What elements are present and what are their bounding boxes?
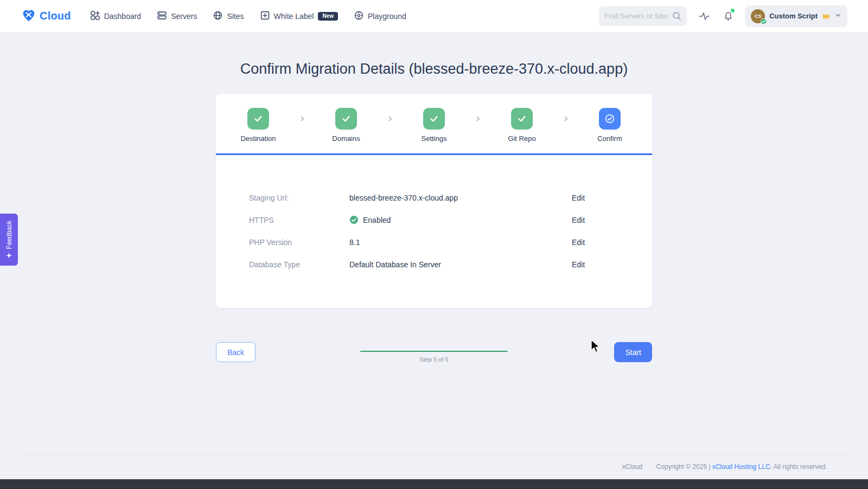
migration-card: Destination Domains Settings: [216, 94, 652, 308]
edit-database-type-link[interactable]: Edit: [572, 260, 585, 269]
nav-label: Servers: [171, 12, 197, 21]
chevron-right-icon: [298, 115, 306, 123]
search-input[interactable]: [604, 12, 668, 20]
step-label: Confirm: [597, 134, 622, 143]
crown-icon: [822, 11, 830, 21]
nav-item-sites[interactable]: Sites: [213, 11, 244, 22]
migration-stepper: Destination Domains Settings: [216, 94, 652, 153]
nav-item-dashboard[interactable]: Dashboard: [91, 11, 142, 22]
step-confirm[interactable]: Confirm: [590, 108, 629, 143]
back-button[interactable]: Back: [216, 342, 256, 362]
step-label: Settings: [422, 134, 447, 143]
user-menu[interactable]: CS Custom Script: [745, 5, 847, 27]
step-label: Destination: [240, 134, 276, 143]
progress-indicator: Step 5 of 5: [360, 351, 508, 363]
servers-icon: [157, 11, 167, 22]
page-title: Confirm Migration Details (blessed-breez…: [0, 61, 868, 78]
sites-icon: [213, 11, 222, 22]
step-done-check-icon: [247, 108, 269, 130]
nav-label: White Label: [274, 12, 314, 21]
dashboard-icon: [91, 11, 100, 22]
footer-text: xCloud Copyright © 2025 | xCloud Hosting…: [22, 456, 846, 471]
detail-value: Default Database In Server: [349, 260, 572, 269]
nav-label: Playground: [368, 12, 406, 21]
white-label-icon: [260, 11, 270, 22]
main-nav: Dashboard Servers Sites: [91, 11, 406, 22]
detail-label: Database Type: [249, 260, 349, 269]
verified-check-icon: [761, 18, 767, 24]
nav-label: Sites: [227, 12, 244, 21]
avatar: CS: [751, 9, 765, 23]
chevron-right-icon: [474, 115, 482, 123]
avatar-initials: CS: [755, 14, 762, 19]
playground-icon: [354, 11, 363, 22]
migration-details: Staging Url: blessed-breeze-370.x-cloud.…: [216, 155, 652, 308]
start-button[interactable]: Start: [614, 342, 652, 362]
step-label: Git Repo: [508, 134, 535, 143]
step-done-check-icon: [423, 108, 445, 130]
detail-label: PHP Version: [249, 238, 349, 247]
detail-value: Enabled: [349, 215, 572, 224]
step-git-repo[interactable]: Git Repo: [502, 108, 541, 143]
logo-text: Cloud: [40, 10, 71, 22]
top-navigation: Cloud Dashboard Servers: [0, 0, 868, 33]
detail-row-staging-url: Staging Url: blessed-breeze-370.x-cloud.…: [216, 186, 652, 209]
nav-item-white-label[interactable]: White Label New: [260, 11, 339, 22]
xcloud-logo[interactable]: Cloud: [21, 7, 71, 25]
global-search[interactable]: [599, 7, 687, 26]
chevron-right-icon: [562, 115, 570, 123]
detail-value: 8.1: [349, 238, 572, 247]
edit-https-link[interactable]: Edit: [572, 216, 585, 224]
step-destination[interactable]: Destination: [239, 108, 278, 143]
step-count-text: Step 5 of 5: [360, 356, 508, 363]
step-settings[interactable]: Settings: [414, 108, 454, 143]
step-domains[interactable]: Domains: [327, 108, 366, 143]
progress-bar: [360, 351, 508, 352]
nav-item-servers[interactable]: Servers: [157, 11, 197, 22]
detail-label: Staging Url:: [249, 194, 349, 202]
feedback-label: Feedback: [5, 221, 13, 249]
chevron-down-icon: [834, 11, 842, 21]
step-current-check-icon: [599, 108, 621, 130]
footer-rights: All rights reserved.: [774, 463, 827, 471]
user-name: Custom Script: [769, 12, 818, 20]
nav-right-cluster: CS Custom Script: [599, 5, 847, 27]
main-content: Confirm Migration Details (blessed-breez…: [0, 61, 868, 362]
activity-icon[interactable]: [698, 10, 711, 23]
https-status-text: Enabled: [363, 216, 391, 224]
detail-row-database-type: Database Type Default Database In Server…: [216, 253, 652, 275]
notifications-bell-icon[interactable]: [722, 10, 735, 23]
nav-item-playground[interactable]: Playground: [354, 11, 406, 22]
detail-label: HTTPS: [249, 216, 349, 224]
edit-staging-url-link[interactable]: Edit: [572, 194, 585, 202]
detail-row-https: HTTPS Enabled Edit: [216, 209, 652, 231]
search-icon[interactable]: [672, 10, 681, 23]
page-footer: xCloud Copyright © 2025 | xCloud Hosting…: [22, 455, 846, 479]
step-done-check-icon: [511, 108, 533, 130]
footer-copyright: Copyright © 2025 |: [656, 463, 711, 471]
feedback-tab[interactable]: Feedback: [0, 214, 18, 266]
step-label: Domains: [332, 134, 360, 143]
detail-row-php-version: PHP Version 8.1 Edit: [216, 231, 652, 253]
wizard-controls: Back Step 5 of 5 Start: [216, 342, 652, 362]
detail-value: blessed-breeze-370.x-cloud.app: [349, 194, 572, 202]
new-badge: New: [318, 12, 338, 21]
bottom-bar: [0, 479, 868, 489]
notification-dot: [731, 9, 735, 12]
edit-php-version-link[interactable]: Edit: [572, 238, 585, 247]
chevron-right-icon: [386, 115, 394, 123]
feedback-tab-inner: Feedback: [5, 221, 13, 259]
check-circle-green-icon: [349, 215, 359, 224]
footer-company-link[interactable]: xCloud Hosting LLC.: [712, 463, 772, 471]
step-done-check-icon: [335, 108, 357, 130]
sparkle-icon: [5, 253, 13, 259]
footer-brand: xCloud: [622, 463, 642, 471]
xcloud-logo-icon: [21, 7, 37, 25]
nav-label: Dashboard: [104, 12, 142, 21]
